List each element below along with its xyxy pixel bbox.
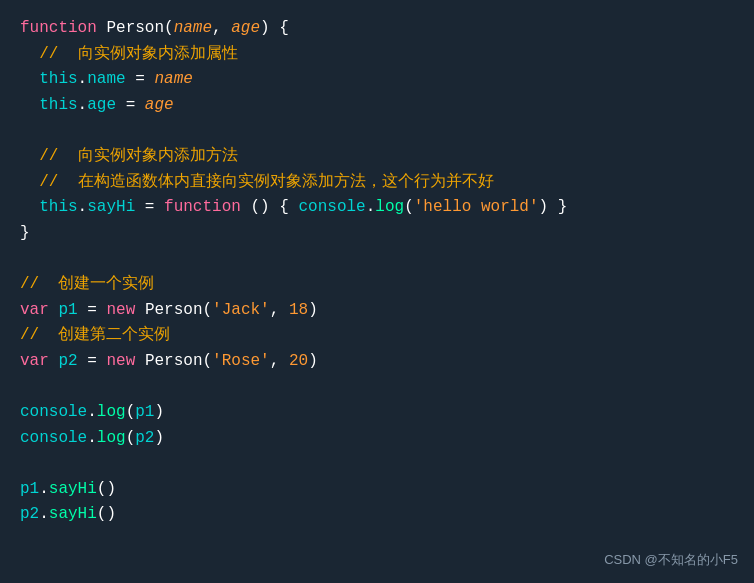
watermark: CSDN @不知名的小F5 bbox=[604, 550, 738, 571]
code-line-14: var p2 = new Person('Rose', 20) bbox=[20, 349, 734, 375]
code-line-2: // 向实例对象内添加属性 bbox=[20, 42, 734, 68]
code-line-5 bbox=[20, 118, 734, 144]
code-line-9: } bbox=[20, 221, 734, 247]
code-line-12: var p1 = new Person('Jack', 18) bbox=[20, 298, 734, 324]
code-editor: function Person(name, age) { // 向实例对象内添加… bbox=[0, 0, 754, 583]
code-line-20: p2.sayHi() bbox=[20, 502, 734, 528]
code-line-11: // 创建一个实例 bbox=[20, 272, 734, 298]
code-line-16: console.log(p1) bbox=[20, 400, 734, 426]
code-line-1: function Person(name, age) { bbox=[20, 16, 734, 42]
code-line-19: p1.sayHi() bbox=[20, 477, 734, 503]
code-line-7: // 在构造函数体内直接向实例对象添加方法，这个行为并不好 bbox=[20, 170, 734, 196]
code-line-15 bbox=[20, 374, 734, 400]
code-line-17: console.log(p2) bbox=[20, 426, 734, 452]
code-line-3: this.name = name bbox=[20, 67, 734, 93]
code-line-6: // 向实例对象内添加方法 bbox=[20, 144, 734, 170]
code-line-8: this.sayHi = function () { console.log('… bbox=[20, 195, 734, 221]
code-line-18 bbox=[20, 451, 734, 477]
code-line-4: this.age = age bbox=[20, 93, 734, 119]
code-line-10 bbox=[20, 246, 734, 272]
code-line-13: // 创建第二个实例 bbox=[20, 323, 734, 349]
